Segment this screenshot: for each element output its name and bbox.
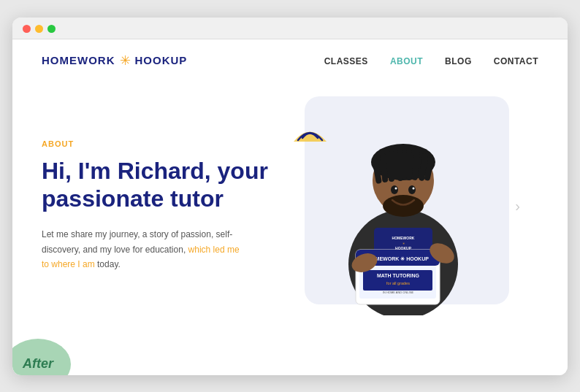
logo-text-right: HOOKUP [135,54,188,66]
nav-link-blog[interactable]: BLOG [445,56,472,66]
svg-point-29 [413,187,415,189]
chevron-right-icon[interactable]: › [515,197,520,214]
after-badge: After [12,339,71,375]
browser-window: HOMEWORK ✳ HOOKUP CLASSES ABOUT BLOG CON… [12,18,568,375]
description-link[interactable]: which led me to where I am [42,245,240,269]
heading-line2: passionate tutor [42,185,224,212]
main-section: ABOUT Hi, I'm Richard, your passionate t… [12,82,568,337]
description: Let me share my journey, a story of pass… [42,227,246,272]
svg-rect-6 [397,150,403,181]
nav-links: CLASSES ABOUT BLOG CONTACT [324,54,538,67]
dot-green[interactable] [47,25,56,33]
nav-item-about[interactable]: ABOUT [390,54,423,67]
signal-decoration [290,118,330,149]
right-image-area: HOMEWORK ✳ HOOKUP HOMEWORK ✳ HOOKUP MATH… [275,96,509,315]
person-svg: HOMEWORK ✳ HOOKUP HOMEWORK ✳ HOOKUP MATH… [319,104,487,315]
svg-text:for all grades: for all grades [386,281,410,285]
svg-text:IN HOME AND ONLINE: IN HOME AND ONLINE [383,291,414,294]
signal-icon [290,118,330,146]
browser-chrome [12,18,568,39]
svg-text:MATH TUTORING: MATH TUTORING [377,273,420,278]
browser-content: HOMEWORK ✳ HOOKUP CLASSES ABOUT BLOG CON… [12,39,568,375]
nav-item-contact[interactable]: CONTACT [494,54,538,67]
svg-point-11 [383,195,424,217]
nav-link-contact[interactable]: CONTACT [494,56,538,66]
svg-point-27 [408,185,416,194]
svg-point-26 [391,185,398,194]
nav-link-classes[interactable]: CLASSES [324,56,368,66]
logo-star-icon: ✳ [120,53,131,69]
about-label: ABOUT [42,139,275,148]
dot-yellow[interactable] [35,25,43,33]
logo: HOMEWORK ✳ HOOKUP [42,53,187,69]
main-heading: Hi, I'm Richard, your passionate tutor [42,157,275,213]
svg-rect-5 [389,151,394,182]
nav-item-classes[interactable]: CLASSES [324,54,368,67]
navbar: HOMEWORK ✳ HOOKUP CLASSES ABOUT BLOG CON… [12,39,568,82]
svg-point-28 [395,187,397,189]
person-image: HOMEWORK ✳ HOOKUP HOMEWORK ✳ HOOKUP MATH… [319,104,487,315]
after-text: After [23,356,53,372]
svg-text:HOMEWORK: HOMEWORK [392,236,415,240]
dot-red[interactable] [23,25,31,33]
nav-link-about[interactable]: ABOUT [390,56,423,66]
heading-line1: Hi, I'm Richard, your [42,158,268,184]
left-content: ABOUT Hi, I'm Richard, your passionate t… [42,139,275,272]
svg-rect-7 [406,150,412,180]
logo-text-left: HOMEWORK [42,54,115,66]
browser-dots [23,25,557,33]
nav-item-blog[interactable]: BLOG [445,54,472,67]
